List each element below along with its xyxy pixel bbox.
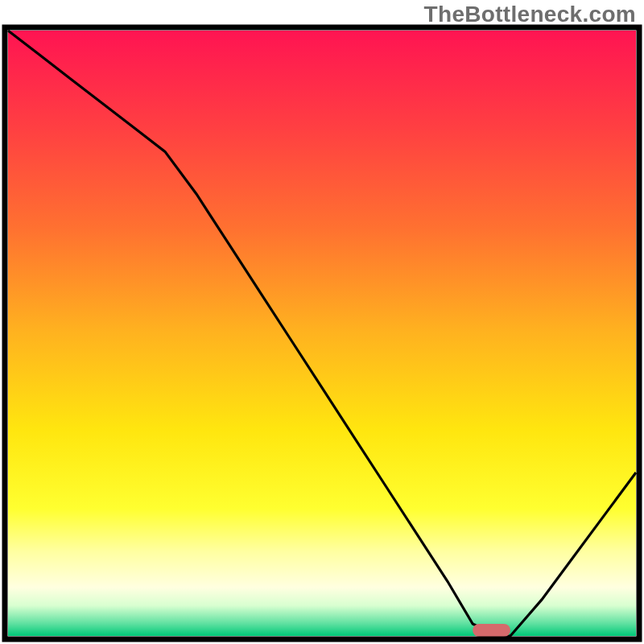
- optimal-range-marker: [473, 624, 510, 637]
- plot-background: [8, 31, 636, 636]
- bottleneck-chart: [0, 0, 644, 644]
- chart-frame: TheBottleneck.com: [0, 0, 644, 644]
